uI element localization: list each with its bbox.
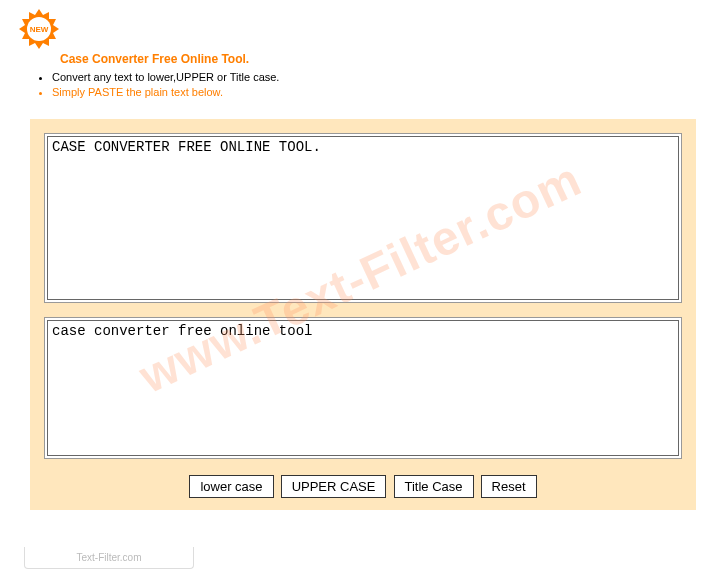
converter-panel: lower case UPPER CASE Title Case Reset: [30, 119, 696, 510]
description-list: Convert any text to lower,UPPER or Title…: [38, 70, 704, 101]
description-item: Simply PASTE the plain text below.: [52, 85, 704, 100]
footer-tab: Text-Filter.com: [24, 547, 194, 569]
new-badge-icon: NEW: [18, 8, 60, 50]
output-textarea[interactable]: [47, 320, 679, 456]
description-item: Convert any text to lower,UPPER or Title…: [52, 70, 704, 85]
page-title: Case Converter Free Online Tool.: [60, 52, 704, 66]
input-textarea[interactable]: [47, 136, 679, 300]
new-badge-text: NEW: [30, 25, 49, 34]
title-case-button[interactable]: Title Case: [394, 475, 474, 498]
button-row: lower case UPPER CASE Title Case Reset: [44, 473, 682, 502]
output-wrapper: [44, 317, 682, 459]
reset-button[interactable]: Reset: [481, 475, 537, 498]
upper-case-button[interactable]: UPPER CASE: [281, 475, 387, 498]
input-wrapper: [44, 133, 682, 303]
lower-case-button[interactable]: lower case: [189, 475, 273, 498]
